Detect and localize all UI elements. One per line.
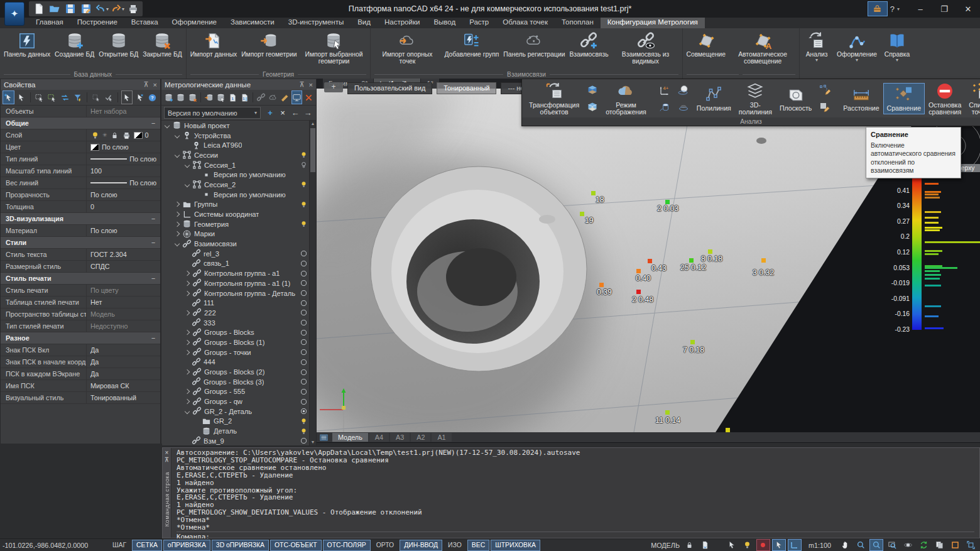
expander-icon[interactable] — [165, 123, 170, 128]
expander-icon[interactable] — [175, 202, 180, 207]
maximize-button[interactable]: ❐ — [932, 0, 956, 18]
circle-o-icon[interactable] — [300, 270, 308, 278]
tree-item[interactable]: 222 — [161, 308, 316, 318]
measure-button[interactable] — [280, 90, 290, 104]
add-groups-button[interactable]: Добавление групп — [442, 30, 501, 59]
circle-o-icon[interactable] — [300, 308, 308, 317]
status-toggle[interactable]: ОТС-ПОЛЯР — [323, 540, 371, 551]
select-append-button[interactable] — [3, 90, 14, 104]
circle-o-icon[interactable] — [300, 259, 308, 268]
property-value[interactable]: Тонированный — [87, 394, 160, 401]
save-as-button[interactable] — [79, 2, 93, 16]
property-value[interactable]: 0 — [87, 203, 160, 210]
property-value[interactable]: Модель — [87, 310, 160, 318]
circle-o-icon[interactable] — [300, 299, 308, 307]
confirm-selection-button[interactable] — [103, 90, 115, 104]
compare-button[interactable]: Сравнение — [883, 83, 925, 114]
tree-scrollbar[interactable]: ▲ ▼ — [309, 121, 316, 445]
deviation-marker[interactable] — [580, 212, 584, 216]
help-button[interactable]: ? — [890, 4, 895, 14]
sphere-button[interactable] — [675, 82, 692, 98]
menu-tab[interactable]: Вывод — [427, 18, 462, 28]
status-toggle[interactable]: ОТС-ОБЪЕКТ — [270, 540, 322, 551]
orbit-button[interactable] — [901, 539, 915, 551]
property-value[interactable]: По слою — [87, 227, 160, 234]
expander-icon[interactable] — [185, 399, 190, 404]
tree-item[interactable]: Сессия_1 — [161, 160, 316, 170]
circle-o-icon[interactable] — [300, 289, 308, 297]
ucs-icon-toggle-button[interactable] — [788, 539, 802, 551]
expander-icon[interactable] — [185, 310, 190, 315]
tree-item[interactable]: Контрольня группа - a1 — [161, 268, 316, 278]
menu-tab[interactable]: Конфигурация Метрология — [601, 18, 705, 28]
deselect-button[interactable] — [134, 90, 146, 104]
sheet-tab[interactable]: А3 — [390, 433, 410, 442]
lighting-button[interactable] — [741, 539, 754, 551]
menu-tab[interactable]: Растр — [462, 18, 496, 28]
model-space-label[interactable]: МОДЕЛЬ — [651, 542, 680, 549]
tree-item[interactable]: Groups - Blocks (3) — [161, 377, 316, 387]
expander-icon[interactable] — [185, 271, 190, 276]
ellipse-button[interactable] — [675, 99, 692, 115]
collapse-icon[interactable]: − — [151, 215, 155, 222]
zoom-object-button[interactable] — [885, 539, 899, 551]
auto-alignment-button[interactable]: AАвтоматическое совмещение — [728, 30, 797, 66]
cursor-mode-button[interactable] — [121, 90, 133, 104]
app-logo-icon[interactable]: ✦ — [4, 2, 24, 26]
deviation-marker[interactable] — [726, 428, 730, 432]
tree-item[interactable]: Контрольня группа - a1 (1) — [161, 278, 316, 288]
relation-from-visible-button[interactable]: Взаимосвязь из видимых — [611, 30, 680, 66]
expander-icon[interactable] — [185, 340, 190, 345]
property-value[interactable]: Недоступно — [87, 322, 160, 330]
print-button[interactable] — [126, 2, 140, 16]
view-name-button[interactable]: Пользовательский вид — [347, 82, 432, 94]
tree-item[interactable]: 444 — [161, 357, 316, 368]
deviation-marker[interactable] — [648, 259, 652, 263]
expander-icon[interactable] — [185, 409, 190, 414]
tree-item[interactable]: Новый проект — [161, 121, 316, 131]
property-value[interactable]: Мировая СК — [87, 382, 160, 390]
redo-button[interactable]: ▾ — [110, 2, 124, 16]
collapse-icon[interactable]: − — [151, 275, 155, 282]
tree-item[interactable]: Groups - Blocks (2) — [161, 367, 316, 377]
property-value[interactable]: По слою — [87, 143, 160, 151]
sheet-tab[interactable]: А4 — [369, 433, 389, 442]
property-value[interactable]: Да — [87, 370, 160, 378]
sheet-status-button[interactable] — [699, 539, 712, 551]
version-prev-button[interactable]: ← — [290, 108, 301, 117]
decoration-button[interactable]: Оформление▾ — [835, 30, 879, 70]
property-value[interactable]: Нет — [87, 298, 160, 306]
expander-icon[interactable] — [175, 231, 180, 236]
display-mode-button[interactable]: Режим отображения — [602, 80, 650, 117]
import-ref-points-button[interactable]: Импорт опорных точек — [373, 30, 442, 66]
relations-view-button[interactable] — [256, 90, 266, 104]
property-value[interactable]: Да — [87, 358, 160, 366]
menu-tab[interactable]: Построение — [70, 18, 124, 28]
status-toggle[interactable]: ШТРИХОВКА — [491, 540, 540, 551]
expander-icon[interactable] — [185, 369, 190, 374]
tree-item[interactable]: 111 — [161, 298, 316, 308]
import-db-cursor-button[interactable] — [215, 90, 226, 104]
alignment-button[interactable]: Совмещение — [685, 30, 728, 59]
regen-button[interactable] — [917, 539, 930, 551]
zoom-realtime-button[interactable] — [854, 539, 868, 551]
expander-icon[interactable] — [185, 182, 190, 187]
tree-item[interactable]: Groups - qw — [161, 396, 316, 406]
version-select[interactable]: Версия по умолчанию ▾ — [164, 107, 261, 119]
deviation-marker[interactable] — [665, 200, 670, 204]
tree-item[interactable]: Группы — [161, 200, 316, 210]
tree-item[interactable]: Версия по умолчанию — [161, 170, 316, 180]
tree-item[interactable]: Leica AT960 — [161, 140, 316, 150]
minimize-button[interactable]: – — [908, 0, 932, 18]
tree-item[interactable]: Сессии — [161, 150, 316, 160]
analysis-button[interactable]: Анализ▾ — [801, 30, 832, 70]
db-open2-button[interactable] — [175, 90, 186, 104]
polyline-button[interactable]: Полилиния — [693, 83, 735, 114]
select-invert-button[interactable] — [59, 90, 71, 104]
deviation-marker[interactable] — [591, 191, 596, 195]
tree-item[interactable]: Системы координат — [161, 209, 316, 219]
transform-objects-button[interactable]: Трансформация объектов — [525, 80, 583, 117]
bulb-on-icon[interactable] — [300, 417, 308, 425]
axes-4-button[interactable]: 4+ — [656, 82, 673, 98]
expander-icon[interactable] — [175, 153, 180, 158]
